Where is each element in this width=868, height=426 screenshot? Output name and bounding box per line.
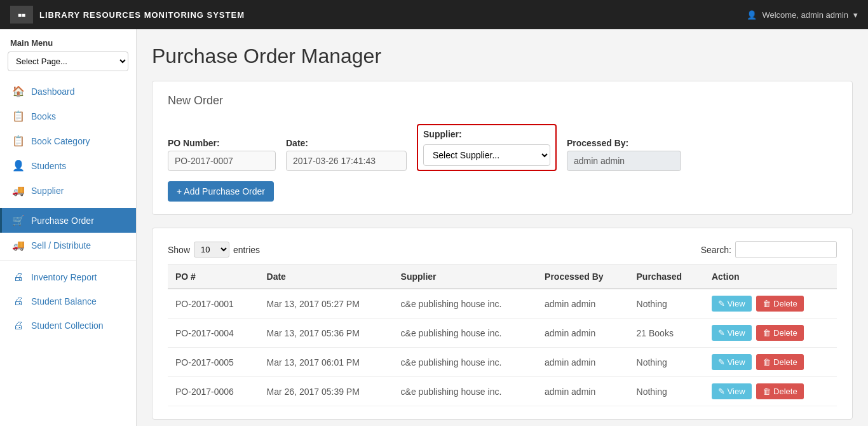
- delete-button[interactable]: 🗑 Delete: [756, 296, 803, 312]
- sidebar-item-purchase-order[interactable]: 🛒 Purchase Order: [0, 208, 136, 233]
- table-row: PO-2017-0004 Mar 13, 2017 05:36 PM c&e p…: [168, 319, 837, 348]
- supplier-group: Supplier: Select Supplier...: [417, 124, 557, 171]
- sidebar-label-students: Students: [31, 161, 66, 171]
- sidebar-label-dashboard: Dashboard: [31, 86, 75, 97]
- cell-date: Mar 13, 2017 06:01 PM: [259, 348, 393, 377]
- sell-distribute-icon: 🚚: [12, 239, 25, 251]
- supplier-icon: 🚚: [12, 184, 25, 196]
- sidebar-item-dashboard[interactable]: 🏠 Dashboard: [0, 79, 136, 104]
- view-button[interactable]: ✎ View: [712, 325, 752, 341]
- sidebar: Main Menu Select Page... 🏠 Dashboard 📋 B…: [0, 29, 137, 426]
- new-order-card: New Order PO Number: Date: Supplier: Sel…: [152, 81, 853, 215]
- sidebar-label-books: Books: [31, 111, 56, 121]
- book-category-icon: 📋: [12, 135, 25, 147]
- cell-processed-by: admin admin: [537, 348, 628, 377]
- dashboard-icon: 🏠: [12, 85, 25, 97]
- view-button[interactable]: ✎ View: [712, 354, 752, 370]
- dropdown-chevron-icon[interactable]: ▾: [853, 10, 858, 20]
- col-processed-by: Processed By: [537, 265, 628, 289]
- view-button[interactable]: ✎ View: [712, 383, 752, 399]
- entries-label: entries: [233, 245, 260, 255]
- sidebar-item-book-category[interactable]: 📋 Book Category: [0, 128, 136, 153]
- search-label: Search:: [701, 245, 731, 255]
- page-title: Purchase Order Manager: [152, 45, 853, 68]
- cell-purchased: Nothing: [629, 377, 704, 406]
- table-card: Show 10 25 50 100 entries Search:: [152, 228, 853, 420]
- app-header: ■■ LIBRARY RESOURCES MONITORING SYSTEM 👤…: [0, 0, 868, 29]
- student-balance-icon: 🖨: [12, 296, 25, 307]
- col-purchased: Purchased: [629, 265, 704, 289]
- delete-button[interactable]: 🗑 Delete: [756, 383, 803, 399]
- po-number-group: PO Number:: [168, 138, 276, 171]
- logo-box: ■■: [10, 6, 33, 24]
- cell-action: ✎ View 🗑 Delete: [704, 348, 837, 377]
- sidebar-label-inventory-report: Inventory Report: [31, 272, 97, 282]
- inventory-report-icon: 🖨: [12, 271, 25, 283]
- students-icon: 👤: [12, 160, 25, 172]
- sidebar-item-inventory-report[interactable]: 🖨 Inventory Report: [0, 265, 136, 289]
- cell-purchased: 21 Books: [629, 319, 704, 348]
- sidebar-item-supplier[interactable]: 🚚 Supplier: [0, 178, 136, 203]
- sidebar-item-sell-distribute[interactable]: 🚚 Sell / Distribute: [0, 233, 136, 258]
- sidebar-label-student-balance: Student Balance: [31, 296, 97, 306]
- sidebar-label-supplier: Supplier: [31, 186, 64, 196]
- cell-date: Mar 26, 2017 05:39 PM: [259, 377, 393, 406]
- cell-processed-by: admin admin: [537, 319, 628, 348]
- sidebar-menu-label: Main Menu: [0, 29, 136, 52]
- page-select[interactable]: Select Page...: [8, 52, 128, 71]
- col-action: Action: [704, 265, 837, 289]
- main-content: Purchase Order Manager New Order PO Numb…: [137, 29, 868, 426]
- student-collection-icon: 🖨: [12, 320, 25, 331]
- cell-date: Mar 13, 2017 05:36 PM: [259, 319, 393, 348]
- cell-po: PO-2017-0001: [168, 289, 259, 319]
- table-row: PO-2017-0006 Mar 26, 2017 05:39 PM c&e p…: [168, 377, 837, 406]
- new-order-form-row: PO Number: Date: Supplier: Select Suppli…: [168, 124, 837, 171]
- sidebar-item-books[interactable]: 📋 Books: [0, 104, 136, 128]
- entries-select[interactable]: 10 25 50 100: [194, 242, 229, 258]
- show-entries: Show 10 25 50 100 entries: [168, 242, 260, 258]
- sidebar-item-students[interactable]: 👤 Students: [0, 153, 136, 178]
- date-group: Date:: [286, 138, 407, 171]
- col-po-number: PO #: [168, 265, 259, 289]
- table-row: PO-2017-0001 Mar 13, 2017 05:27 PM c&e p…: [168, 289, 837, 319]
- table-header-row: PO # Date Supplier Processed By Purchase…: [168, 265, 837, 289]
- books-icon: 📋: [12, 110, 25, 122]
- sidebar-item-student-balance[interactable]: 🖨 Student Balance: [0, 289, 136, 313]
- add-purchase-order-button[interactable]: + Add Purchase Order: [168, 181, 274, 202]
- cell-processed-by: admin admin: [537, 377, 628, 406]
- new-order-title: New Order: [168, 94, 837, 114]
- table-controls: Show 10 25 50 100 entries Search:: [168, 241, 837, 258]
- cell-po: PO-2017-0005: [168, 348, 259, 377]
- col-supplier: Supplier: [393, 265, 537, 289]
- cell-action: ✎ View 🗑 Delete: [704, 319, 837, 348]
- cell-supplier: c&e publishing house inc.: [393, 377, 537, 406]
- purchase-order-table: PO # Date Supplier Processed By Purchase…: [168, 265, 837, 406]
- sidebar-label-student-collection: Student Collection: [31, 320, 104, 331]
- show-label: Show: [168, 245, 190, 255]
- date-label: Date:: [286, 138, 407, 148]
- table-head: PO # Date Supplier Processed By Purchase…: [168, 265, 837, 289]
- delete-button[interactable]: 🗑 Delete: [756, 325, 803, 341]
- po-number-input[interactable]: [168, 151, 276, 171]
- cell-purchased: Nothing: [629, 348, 704, 377]
- user-icon: 👤: [747, 10, 757, 20]
- date-input[interactable]: [286, 151, 407, 171]
- sidebar-label-sell-distribute: Sell / Distribute: [31, 240, 91, 251]
- header-left: ■■ LIBRARY RESOURCES MONITORING SYSTEM: [10, 6, 245, 24]
- welcome-label: Welcome, admin admin: [762, 10, 848, 20]
- cell-supplier: c&e publishing house inc.: [393, 289, 537, 319]
- col-date: Date: [259, 265, 393, 289]
- sidebar-label-book-category: Book Category: [31, 136, 90, 146]
- view-button[interactable]: ✎ View: [712, 296, 752, 312]
- cell-supplier: c&e publishing house inc.: [393, 319, 537, 348]
- processed-by-group: Processed By:: [567, 138, 681, 171]
- table-body: PO-2017-0001 Mar 13, 2017 05:27 PM c&e p…: [168, 289, 837, 406]
- search-input[interactable]: [735, 241, 837, 258]
- cell-po: PO-2017-0006: [168, 377, 259, 406]
- sidebar-label-purchase-order: Purchase Order: [31, 216, 94, 226]
- processed-by-input[interactable]: [567, 151, 681, 171]
- delete-button[interactable]: 🗑 Delete: [756, 354, 803, 370]
- supplier-select[interactable]: Select Supplier...: [423, 144, 550, 166]
- supplier-label: Supplier:: [423, 129, 550, 139]
- sidebar-item-student-collection[interactable]: 🖨 Student Collection: [0, 313, 136, 338]
